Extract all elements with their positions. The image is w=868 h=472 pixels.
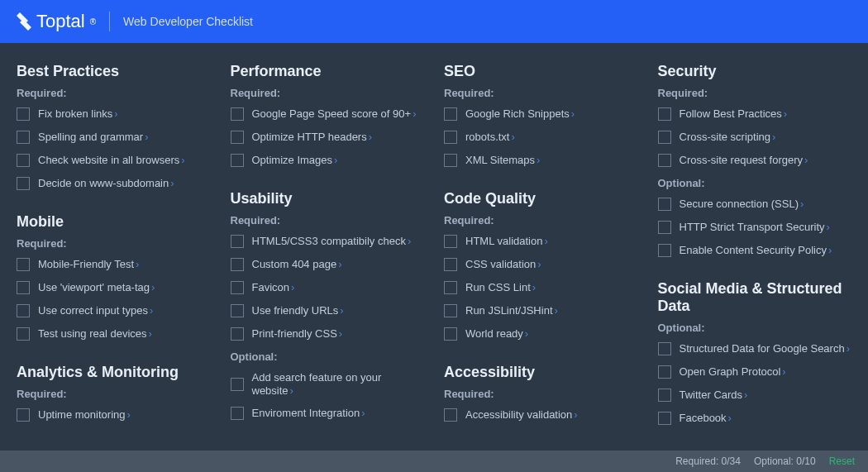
chevron-right-icon[interactable]: › [804, 154, 808, 166]
chevron-right-icon[interactable]: › [361, 407, 365, 419]
chevron-right-icon[interactable]: › [150, 304, 153, 317]
checkbox[interactable] [444, 154, 457, 167]
checklist-item[interactable]: Check website in all browsers› [17, 154, 211, 167]
chevron-right-icon[interactable]: › [544, 235, 547, 247]
checklist-item[interactable]: Print-friendly CSS› [231, 327, 425, 341]
checklist-item[interactable]: Uptime monitoring› [17, 408, 211, 422]
checklist-item[interactable]: XML Sitemaps› [444, 154, 638, 167]
checkbox[interactable] [231, 281, 244, 294]
checkbox[interactable] [658, 154, 671, 167]
chevron-right-icon[interactable]: › [340, 304, 343, 317]
checkbox[interactable] [658, 221, 671, 234]
chevron-right-icon[interactable]: › [408, 235, 411, 247]
checklist-item[interactable]: Spelling and grammar› [17, 131, 211, 144]
checklist-item[interactable]: Enviroment Integration› [231, 407, 425, 420]
checkbox[interactable] [17, 131, 30, 144]
checkbox[interactable] [444, 258, 457, 271]
checkbox[interactable] [444, 281, 457, 294]
checkbox[interactable] [17, 327, 30, 341]
checklist-item[interactable]: Test using real devices› [17, 327, 211, 341]
chevron-right-icon[interactable]: › [728, 412, 732, 424]
chevron-right-icon[interactable]: › [571, 107, 575, 120]
brand-logo[interactable]: Toptal ® [17, 11, 96, 32]
checkbox[interactable] [444, 131, 457, 144]
checkbox[interactable] [658, 342, 671, 355]
chevron-right-icon[interactable]: › [151, 281, 155, 293]
checkbox[interactable] [231, 235, 244, 248]
chevron-right-icon[interactable]: › [290, 384, 293, 397]
chevron-right-icon[interactable]: › [511, 131, 514, 143]
checklist-item[interactable]: Structured Data for Google Search› [658, 342, 852, 355]
checklist-item[interactable]: HTTP Strict Transport Security› [658, 221, 852, 234]
checkbox[interactable] [658, 389, 671, 402]
checklist-item[interactable]: Run JSLint/JSHint› [444, 304, 638, 317]
chevron-right-icon[interactable]: › [772, 131, 775, 143]
checklist-item[interactable]: Follow Best Practices› [658, 107, 852, 121]
checkbox[interactable] [231, 154, 244, 167]
checkbox[interactable] [658, 198, 671, 211]
chevron-right-icon[interactable]: › [291, 281, 294, 293]
checklist-item[interactable]: Google Rich Snippets› [444, 107, 638, 121]
checklist-item[interactable]: robots.txt› [444, 131, 638, 144]
chevron-right-icon[interactable]: › [828, 244, 832, 256]
checklist-item[interactable]: Cross-site request forgery› [658, 154, 852, 167]
chevron-right-icon[interactable]: › [149, 327, 152, 340]
checkbox[interactable] [444, 304, 457, 317]
chevron-right-icon[interactable]: › [555, 304, 558, 317]
checklist-item[interactable]: Open Graph Protocol› [658, 365, 852, 379]
checkbox[interactable] [17, 281, 30, 294]
chevron-right-icon[interactable]: › [334, 154, 337, 166]
checkbox[interactable] [444, 327, 457, 341]
chevron-right-icon[interactable]: › [744, 389, 747, 401]
checkbox[interactable] [17, 154, 30, 167]
chevron-right-icon[interactable]: › [369, 131, 372, 143]
checklist-item[interactable]: Add search feature on your website› [231, 371, 425, 397]
chevron-right-icon[interactable]: › [537, 154, 540, 166]
chevron-right-icon[interactable]: › [145, 131, 148, 143]
chevron-right-icon[interactable]: › [338, 258, 341, 270]
checklist-item[interactable]: Favicon› [231, 281, 425, 294]
checklist-item[interactable]: HTML5/CSS3 compatibily check› [231, 235, 425, 248]
chevron-right-icon[interactable]: › [413, 107, 416, 120]
checkbox[interactable] [658, 365, 671, 379]
chevron-right-icon[interactable]: › [525, 327, 528, 340]
checkbox[interactable] [231, 107, 244, 121]
checkbox[interactable] [231, 131, 244, 144]
chevron-right-icon[interactable]: › [574, 408, 577, 421]
checkbox[interactable] [17, 304, 30, 317]
reset-button[interactable]: Reset [829, 455, 855, 467]
checklist-item[interactable]: Use friendly URLs› [231, 304, 425, 317]
checklist-item[interactable]: Fix broken links› [17, 107, 211, 121]
checkbox[interactable] [444, 235, 457, 248]
checklist-item[interactable]: Use correct input types› [17, 304, 211, 317]
checkbox[interactable] [444, 408, 457, 422]
checklist-item[interactable]: Google Page Speed score of 90+› [231, 107, 425, 121]
checkbox[interactable] [231, 304, 244, 317]
chevron-right-icon[interactable]: › [782, 365, 785, 378]
checklist-item[interactable]: Optimize Images› [231, 154, 425, 167]
chevron-right-icon[interactable]: › [827, 221, 830, 233]
chevron-right-icon[interactable]: › [170, 177, 174, 189]
checkbox[interactable] [658, 107, 671, 121]
checklist-item[interactable]: Decide on www-subdomain› [17, 177, 211, 190]
chevron-right-icon[interactable]: › [127, 408, 131, 421]
checkbox[interactable] [231, 258, 244, 271]
chevron-right-icon[interactable]: › [847, 342, 850, 355]
checkbox[interactable] [658, 244, 671, 257]
checkbox[interactable] [17, 177, 30, 190]
checklist-item[interactable]: Mobile-Friendly Test› [17, 258, 211, 271]
checklist-item[interactable]: Enable Content Security Policy› [658, 244, 852, 257]
checklist-item[interactable]: Cross-site scripting› [658, 131, 852, 144]
checkbox[interactable] [17, 408, 30, 422]
checklist-item[interactable]: HTML validation› [444, 235, 638, 248]
checkbox[interactable] [444, 107, 457, 121]
checkbox[interactable] [231, 378, 244, 391]
checkbox[interactable] [17, 258, 30, 271]
checkbox[interactable] [231, 327, 244, 341]
checkbox[interactable] [231, 407, 244, 420]
checklist-item[interactable]: Custom 404 page› [231, 258, 425, 271]
checkbox[interactable] [17, 107, 30, 121]
checklist-item[interactable]: Optimize HTTP headers› [231, 131, 425, 144]
checklist-item[interactable]: CSS validation› [444, 258, 638, 271]
chevron-right-icon[interactable]: › [181, 154, 184, 166]
